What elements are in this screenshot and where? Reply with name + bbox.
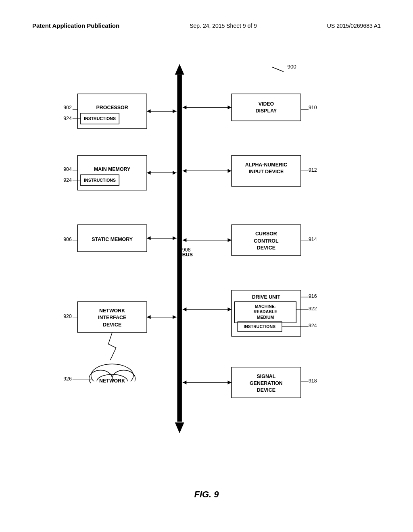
svg-marker-16	[173, 109, 177, 113]
svg-text:912: 912	[309, 167, 317, 173]
svg-marker-44	[147, 315, 151, 319]
svg-text:NETWORK: NETWORK	[99, 378, 125, 384]
svg-rect-53	[232, 94, 301, 121]
svg-text:MAIN MEMORY: MAIN MEMORY	[94, 166, 131, 172]
svg-text:CURSOR: CURSOR	[255, 231, 277, 237]
header-date-sheet: Sep. 24, 2015 Sheet 9 of 9	[190, 23, 257, 29]
svg-rect-7	[77, 94, 147, 129]
svg-text:900: 900	[287, 64, 296, 70]
svg-text:918: 918	[309, 378, 317, 384]
svg-text:914: 914	[309, 237, 317, 242]
svg-text:DRIVE UNIT: DRIVE UNIT	[252, 294, 281, 300]
svg-text:904: 904	[63, 166, 72, 172]
svg-marker-60	[228, 106, 232, 110]
svg-text:922: 922	[309, 306, 317, 312]
svg-text:INPUT DEVICE: INPUT DEVICE	[249, 169, 284, 175]
svg-text:NETWORK: NETWORK	[99, 308, 125, 314]
svg-marker-68	[228, 169, 232, 173]
svg-marker-4	[175, 422, 184, 433]
svg-text:DISPLAY: DISPLAY	[256, 108, 277, 114]
svg-text:DEVICE: DEVICE	[103, 322, 121, 328]
svg-text:GENERATION: GENERATION	[250, 380, 283, 386]
svg-text:INSTRUCTIONS: INSTRUCTIONS	[84, 116, 116, 121]
svg-text:MEDIUM: MEDIUM	[257, 315, 274, 320]
svg-marker-43	[173, 315, 177, 319]
page-header: Patent Application Publication Sep. 24, …	[32, 22, 381, 29]
svg-text:910: 910	[309, 105, 317, 110]
svg-marker-28	[147, 171, 151, 175]
svg-marker-93	[183, 308, 187, 312]
svg-text:924: 924	[63, 116, 72, 121]
svg-text:DEVICE: DEVICE	[257, 245, 275, 251]
svg-marker-76	[183, 238, 187, 242]
svg-text:VIDEO: VIDEO	[259, 101, 274, 107]
svg-text:INSTRUCTIONS: INSTRUCTIONS	[84, 178, 116, 183]
svg-text:920: 920	[63, 314, 72, 319]
svg-rect-18	[77, 156, 147, 190]
svg-text:902: 902	[63, 105, 72, 110]
svg-marker-35	[147, 236, 151, 240]
svg-text:908: 908	[182, 247, 191, 253]
svg-text:924: 924	[63, 177, 72, 183]
svg-text:926: 926	[63, 376, 72, 382]
svg-marker-34	[173, 236, 177, 240]
svg-text:CONTROL: CONTROL	[254, 238, 279, 244]
svg-marker-94	[228, 308, 232, 312]
svg-text:PROCESSOR: PROCESSOR	[96, 105, 128, 110]
svg-text:ALPHA-NUMERIC: ALPHA-NUMERIC	[245, 162, 288, 168]
header-publication: Patent Application Publication	[32, 22, 119, 29]
svg-marker-2	[175, 64, 184, 75]
svg-marker-59	[183, 106, 187, 110]
svg-marker-17	[147, 109, 151, 113]
svg-text:924: 924	[309, 323, 317, 328]
svg-marker-27	[173, 171, 177, 175]
svg-text:916: 916	[309, 293, 317, 299]
svg-text:STATIC MEMORY: STATIC MEMORY	[92, 237, 133, 242]
svg-text:DEVICE: DEVICE	[257, 387, 275, 393]
svg-marker-102	[183, 380, 187, 384]
svg-text:906: 906	[63, 237, 72, 242]
svg-text:INTERFACE: INTERFACE	[98, 315, 126, 320]
patent-diagram: 900 BUS 908 PROCESSOR INSTRUCTIONS 902 9…	[33, 52, 380, 476]
svg-text:INSTRUCTIONS: INSTRUCTIONS	[244, 324, 275, 329]
svg-line-1	[272, 67, 284, 71]
svg-text:SIGNAL: SIGNAL	[257, 374, 276, 379]
svg-marker-103	[228, 380, 232, 384]
svg-text:MACHINE-: MACHINE-	[255, 304, 276, 309]
svg-marker-77	[228, 238, 232, 242]
svg-text:READABLE: READABLE	[254, 309, 277, 314]
svg-marker-67	[183, 169, 187, 173]
figure-label: FIG. 9	[194, 489, 219, 500]
header-patent-number: US 2015/0269683 A1	[327, 23, 381, 29]
